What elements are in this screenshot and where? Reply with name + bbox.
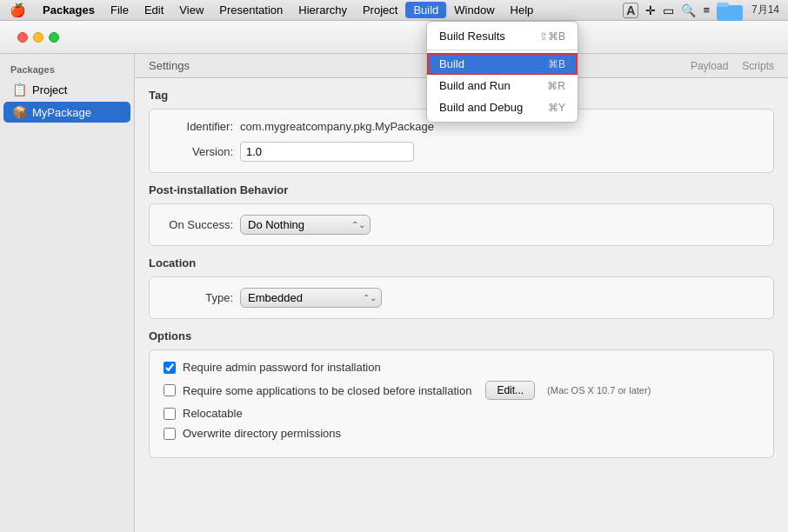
edit-help-text: (Mac OS X 10.7 or later) [547, 385, 651, 396]
content-area: Packages 📋 Project 📦 MyPackage Settings … [0, 54, 788, 532]
build-run-shortcut: ⌘R [547, 80, 565, 92]
sidebar-item-project[interactable]: 📋 Project [3, 79, 130, 100]
require-admin-checkbox[interactable] [164, 362, 176, 374]
options-header: Options [149, 329, 774, 342]
menu-build-debug[interactable]: Build and Debug ⌘Y [427, 96, 578, 118]
sidebar-project-label: Project [32, 83, 67, 96]
build-debug-shortcut: ⌘Y [548, 102, 565, 114]
identifier-label: Identifier: [164, 120, 233, 133]
require-admin-row: Require admin password for installation [164, 361, 759, 374]
minimize-button[interactable] [33, 32, 43, 43]
menu-presentation[interactable]: Presentation [211, 2, 290, 18]
menu-build[interactable]: Build [405, 2, 446, 18]
search-icon[interactable]: 🔍 [681, 3, 696, 17]
type-row: Type: Embedded Absolute Path Relative to… [164, 288, 759, 308]
overwrite-row: Overwrite directory permissions [164, 427, 759, 440]
payload-label[interactable]: Payload [691, 60, 728, 72]
menubar-items: Packages File Edit View Presentation Hie… [35, 2, 541, 18]
screen-icon: ▭ [663, 3, 674, 17]
version-input[interactable] [240, 142, 414, 162]
toolbar [0, 21, 788, 54]
options-card: Require admin password for installation … [149, 349, 774, 458]
build-dropdown-menu: Build Results ⇧⌘B Build ⌘B Build and Run… [426, 21, 578, 123]
menu-build-item[interactable]: Build ⌘B [427, 53, 578, 75]
menu-packages[interactable]: Packages [35, 2, 103, 18]
menubar: 🍎 Packages File Edit View Presentation H… [0, 0, 788, 21]
overwrite-label: Overwrite directory permissions [183, 427, 341, 440]
post-install-section: Post-installation Behavior On Success: D… [149, 183, 774, 246]
overwrite-checkbox[interactable] [164, 428, 176, 440]
menubar-date: 7月14 [751, 3, 779, 17]
sidebar: Packages 📋 Project 📦 MyPackage [0, 54, 135, 532]
on-success-row: On Success: Do Nothing Restart Logout Sh… [164, 215, 759, 235]
post-install-header: Post-installation Behavior [149, 183, 774, 196]
cursor-icon: ✛ [645, 3, 656, 17]
apple-menu[interactable]: 🍎 [0, 3, 35, 18]
main-window: Packages 📋 Project 📦 MyPackage Settings … [0, 21, 788, 532]
traffic-lights [7, 27, 70, 48]
svg-rect-0 [717, 5, 743, 21]
relocatable-checkbox[interactable] [164, 408, 176, 420]
sidebar-mypackage-label: MyPackage [32, 106, 91, 119]
settings-content: Tag Identifier: com.mygreatcompany.pkg.M… [135, 78, 788, 532]
post-install-card: On Success: Do Nothing Restart Logout Sh… [149, 203, 774, 246]
on-success-select[interactable]: Do Nothing Restart Logout Shutdown [240, 215, 371, 235]
scripts-label[interactable]: Scripts [742, 60, 774, 72]
location-section: Location Type: Embedded Absolute Path Re… [149, 256, 774, 319]
options-section: Options Require admin password for insta… [149, 329, 774, 458]
main-panel: Settings Payload Scripts Tag Identifier:… [135, 54, 788, 532]
menu-edit[interactable]: Edit [137, 2, 171, 18]
menu-build-run[interactable]: Build and Run ⌘R [427, 75, 578, 96]
edit-button[interactable]: Edit... [485, 381, 535, 400]
on-success-select-wrapper: Do Nothing Restart Logout Shutdown ⌃⌄ [240, 215, 371, 235]
menu-divider-1 [427, 50, 578, 50]
sidebar-item-mypackage[interactable]: 📦 MyPackage [3, 102, 130, 123]
relocatable-row: Relocatable [164, 407, 759, 420]
type-select[interactable]: Embedded Absolute Path Relative to Appli… [240, 288, 382, 308]
menu-window[interactable]: Window [446, 2, 502, 18]
project-icon: 📋 [12, 83, 27, 96]
type-select-wrapper: Embedded Absolute Path Relative to Appli… [240, 288, 382, 308]
font-icon: A [623, 3, 638, 18]
build-results-label: Build Results [439, 30, 505, 43]
menu-project[interactable]: Project [355, 2, 405, 18]
package-icon: 📦 [12, 105, 27, 119]
menu-help[interactable]: Help [503, 2, 542, 18]
menu-hierarchy[interactable]: Hierarchy [290, 2, 355, 18]
version-row: Version: [164, 142, 759, 162]
menu-file[interactable]: File [103, 2, 137, 18]
close-button[interactable] [17, 32, 28, 43]
build-debug-label: Build and Debug [439, 101, 523, 114]
require-closed-row: Require some applications to be closed b… [164, 381, 759, 400]
type-label: Type: [164, 291, 233, 304]
identifier-value: com.mygreatcompany.pkg.MyPackage [240, 120, 434, 133]
require-admin-label: Require admin password for installation [183, 361, 381, 374]
version-label: Version: [164, 145, 233, 158]
wifi-icon: ≡ [703, 3, 710, 17]
sidebar-section-packages: Packages [0, 61, 134, 78]
menu-view[interactable]: View [171, 2, 211, 18]
require-closed-checkbox[interactable] [164, 384, 176, 396]
on-success-label: On Success: [164, 218, 233, 231]
require-closed-label: Require some applications to be closed b… [183, 384, 471, 397]
build-results-shortcut: ⇧⌘B [539, 30, 565, 43]
menubar-right: A ✛ ▭ 🔍 ≡ 7月14 [623, 0, 788, 21]
zoom-button[interactable] [49, 32, 59, 43]
menu-build-results[interactable]: Build Results ⇧⌘B [427, 25, 578, 47]
build-label: Build [439, 57, 464, 70]
build-shortcut: ⌘B [548, 58, 565, 70]
settings-tab-label[interactable]: Settings [149, 59, 190, 72]
build-run-label: Build and Run [439, 79, 511, 92]
svg-rect-1 [717, 3, 729, 7]
relocatable-label: Relocatable [183, 407, 243, 420]
location-header: Location [149, 256, 774, 269]
folder-icon [717, 0, 745, 21]
location-card: Type: Embedded Absolute Path Relative to… [149, 276, 774, 319]
